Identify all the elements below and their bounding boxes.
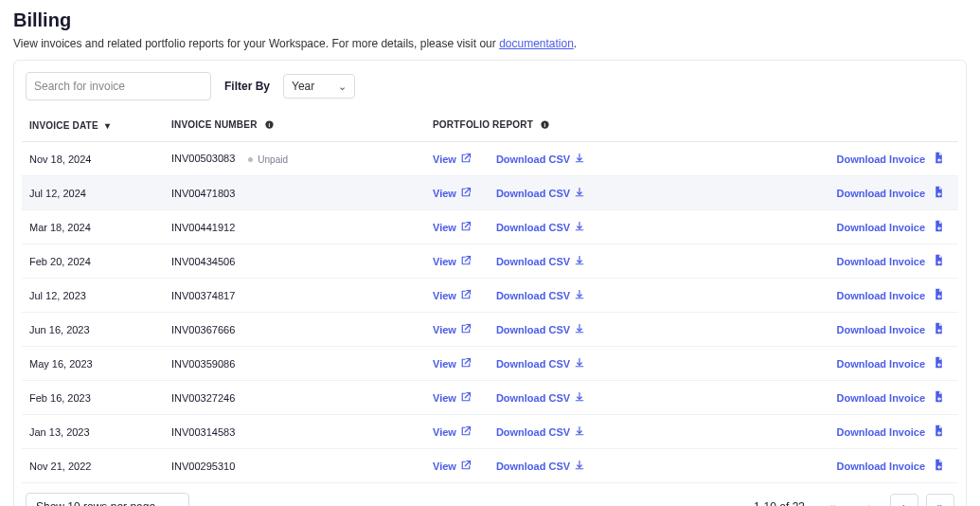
download-invoice-label: Download Invoice (836, 256, 925, 267)
file-download-icon[interactable] (933, 152, 945, 166)
pager-next-button[interactable]: › (890, 494, 918, 506)
page-subtitle: View invoices and related portfolio repo… (13, 37, 967, 50)
portfolio-report-cell: ViewDownload CSV (425, 381, 709, 415)
col-header-report-label: Portfolio Report (433, 119, 533, 130)
view-link[interactable]: View (433, 357, 472, 370)
portfolio-report-cell: ViewDownload CSV (425, 142, 709, 176)
invoice-number-cell: INV00471803 (164, 176, 425, 210)
rows-per-page-label: Show 10 rows per page (36, 500, 155, 506)
view-link[interactable]: View (433, 425, 472, 439)
file-download-icon[interactable] (933, 186, 945, 200)
download-invoice-link[interactable]: Download Invoice (836, 392, 925, 404)
download-invoice-link[interactable]: Download Invoice (836, 290, 925, 301)
download-invoice-link[interactable]: Download Invoice (836, 324, 925, 335)
view-link[interactable]: View (433, 323, 472, 336)
view-link[interactable]: View (433, 460, 472, 473)
download-invoice-link[interactable]: Download Invoice (836, 154, 925, 165)
download-icon (574, 323, 585, 336)
subtitle-text: View invoices and related portfolio repo… (13, 37, 499, 50)
download-csv-link[interactable]: Download CSV (496, 289, 585, 302)
download-csv-link[interactable]: Download CSV (496, 391, 585, 405)
col-header-date[interactable]: Invoice Date ▾ (22, 110, 164, 142)
search-input[interactable] (26, 72, 211, 100)
download-csv-link[interactable]: Download CSV (496, 255, 585, 268)
invoice-table: Invoice Date ▾ Invoice Number i Portfoli… (22, 110, 958, 483)
download-csv-link[interactable]: Download CSV (496, 153, 585, 166)
view-link[interactable]: View (433, 289, 472, 302)
col-header-report: Portfolio Report i (425, 110, 709, 142)
invoice-number-cell: INV00441912 (164, 210, 425, 244)
download-invoice-label: Download Invoice (836, 290, 925, 301)
file-download-icon[interactable] (933, 288, 945, 302)
download-invoice-link[interactable]: Download Invoice (836, 426, 925, 438)
table-row: Nov 21, 2022INV00295310ViewDownload CSVD… (22, 449, 958, 483)
download-csv-label: Download CSV (496, 256, 570, 267)
file-download-icon[interactable] (933, 254, 945, 268)
download-invoice-cell: Download Invoice (709, 449, 958, 483)
view-link[interactable]: View (433, 187, 472, 200)
download-invoice-label: Download Invoice (836, 188, 925, 199)
pager-last-button[interactable]: » (926, 494, 954, 506)
view-label: View (433, 290, 456, 301)
pager-first-button[interactable]: « (818, 494, 846, 506)
documentation-link[interactable]: documentation (499, 37, 574, 50)
table-row: Feb 20, 2024INV00434506ViewDownload CSVD… (22, 244, 958, 279)
year-select[interactable]: Year ⌄ (283, 74, 355, 99)
external-link-icon (460, 357, 472, 370)
download-csv-link[interactable]: Download CSV (496, 323, 585, 336)
billing-card: Filter By Year ⌄ Invoice Date ▾ Invoice … (13, 60, 967, 506)
file-download-icon[interactable] (933, 459, 945, 473)
download-csv-label: Download CSV (496, 392, 570, 404)
file-download-icon[interactable] (933, 390, 945, 405)
invoice-number-cell: INV00374817 (164, 279, 425, 313)
table-row: Jul 12, 2023INV00374817ViewDownload CSVD… (22, 279, 958, 313)
info-icon[interactable]: i (264, 119, 275, 132)
invoice-date: May 16, 2023 (22, 347, 164, 381)
download-invoice-link[interactable]: Download Invoice (836, 222, 925, 233)
view-link[interactable]: View (433, 391, 472, 405)
download-icon (574, 187, 585, 200)
download-csv-link[interactable]: Download CSV (496, 187, 585, 200)
table-row: May 16, 2023INV00359086ViewDownload CSVD… (22, 347, 958, 381)
download-invoice-link[interactable]: Download Invoice (836, 256, 925, 267)
external-link-icon (460, 425, 472, 439)
download-csv-label: Download CSV (496, 461, 570, 472)
download-csv-label: Download CSV (496, 324, 570, 335)
subtitle-post: . (574, 37, 577, 50)
table-row: Jul 12, 2024INV00471803ViewDownload CSVD… (22, 176, 958, 210)
svg-text:i: i (268, 121, 270, 128)
download-icon (574, 221, 585, 234)
pager-prev-button[interactable]: ‹ (854, 494, 882, 506)
download-csv-link[interactable]: Download CSV (496, 460, 585, 473)
col-header-number: Invoice Number i (164, 110, 425, 142)
download-invoice-link[interactable]: Download Invoice (836, 188, 925, 199)
download-csv-label: Download CSV (496, 290, 570, 301)
invoice-number: INV00441912 (171, 222, 235, 233)
download-csv-link[interactable]: Download CSV (496, 221, 585, 234)
download-invoice-cell: Download Invoice (709, 347, 958, 381)
rows-per-page-select[interactable]: Show 10 rows per page ⌄ (26, 493, 189, 506)
external-link-icon (460, 391, 472, 405)
file-download-icon[interactable] (933, 220, 945, 234)
invoice-number: INV00374817 (171, 290, 235, 301)
view-link[interactable]: View (433, 255, 472, 268)
invoice-date: Mar 18, 2024 (22, 210, 164, 244)
file-download-icon[interactable] (933, 356, 945, 370)
download-csv-link[interactable]: Download CSV (496, 357, 585, 370)
view-link[interactable]: View (433, 221, 472, 234)
view-label: View (433, 188, 456, 199)
download-csv-link[interactable]: Download CSV (496, 425, 585, 439)
download-invoice-link[interactable]: Download Invoice (836, 358, 925, 370)
view-link[interactable]: View (433, 153, 472, 166)
table-row: Jun 16, 2023INV00367666ViewDownload CSVD… (22, 313, 958, 347)
view-label: View (433, 392, 456, 404)
info-icon[interactable]: i (540, 119, 550, 132)
pager: 1-10 of 33 « ‹ › » (754, 494, 954, 506)
invoice-date: Feb 16, 2023 (22, 381, 164, 415)
download-invoice-link[interactable]: Download Invoice (836, 461, 925, 472)
view-label: View (433, 461, 456, 472)
invoice-number: INV00471803 (171, 188, 235, 199)
file-download-icon[interactable] (933, 425, 945, 439)
invoice-date: Nov 18, 2024 (22, 142, 164, 176)
file-download-icon[interactable] (933, 322, 945, 336)
